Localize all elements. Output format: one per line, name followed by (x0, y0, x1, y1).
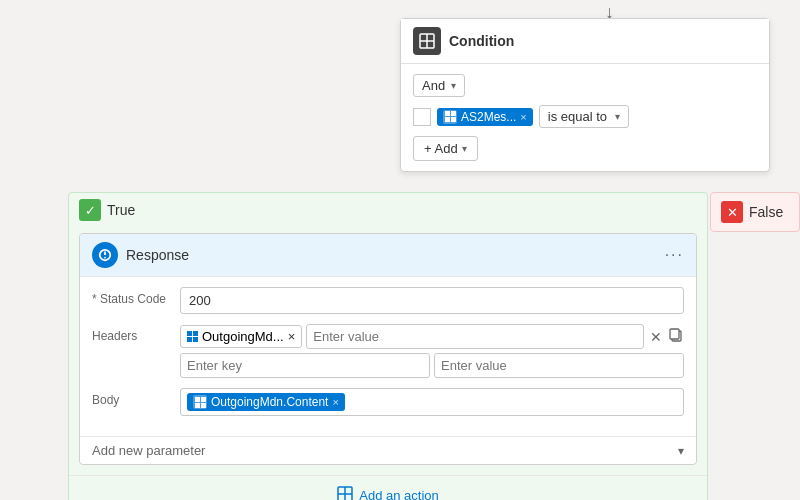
body-token[interactable]: OutgoingMdn.Content × (187, 393, 345, 411)
headers-label: Headers (92, 324, 172, 343)
token-grid-icon (443, 110, 457, 124)
enter-value-input-2[interactable] (434, 353, 684, 378)
add-action-label[interactable]: Add an action (359, 488, 439, 500)
grid-icon (187, 331, 198, 342)
chevron-down-icon: ▾ (451, 80, 456, 91)
chevron-down-icon: ▾ (607, 111, 620, 122)
header-row-1: OutgoingMd... × ✕ (180, 324, 684, 349)
copy-icon[interactable] (668, 327, 684, 346)
header-token: OutgoingMd... × (180, 325, 302, 348)
add-button[interactable]: + Add ▾ (413, 136, 478, 161)
svg-point-5 (104, 257, 106, 259)
body-token-close[interactable]: × (332, 396, 338, 408)
false-section-header: ✕ False (711, 195, 793, 229)
header-token-close[interactable]: × (288, 329, 296, 344)
response-header: Response ··· (80, 234, 696, 277)
false-section: ✕ False (710, 192, 800, 232)
response-card: Response ··· * Status Code Headers (79, 233, 697, 465)
status-code-label: * Status Code (92, 287, 172, 306)
add-param-row[interactable]: Add new parameter ▾ (80, 436, 696, 464)
condition-row: AS2Mes... × is equal to ▾ (413, 105, 757, 128)
header-row-2 (180, 353, 684, 378)
ellipsis-button[interactable]: ··· (665, 246, 684, 264)
headers-area: OutgoingMd... × ✕ (180, 324, 684, 378)
body-token-icon (193, 395, 207, 409)
and-dropdown[interactable]: And ▾ (413, 74, 465, 97)
condition-body: And ▾ AS2Mes... × is equal to ▾ + Add ▾ (401, 64, 769, 171)
true-check-icon: ✓ (79, 199, 101, 221)
delete-icon[interactable]: ✕ (648, 327, 664, 347)
as2-token[interactable]: AS2Mes... × (437, 108, 533, 126)
body-token-area[interactable]: OutgoingMdn.Content × (180, 388, 684, 416)
false-section-label: False (749, 204, 783, 220)
true-section: ✓ True Response ··· * Status Code (68, 192, 708, 500)
condition-icon (413, 27, 441, 55)
add-action-icon (337, 486, 353, 500)
condition-header: Condition (401, 19, 769, 64)
header-value-input[interactable] (306, 324, 644, 349)
enter-key-input[interactable] (180, 353, 430, 378)
response-title: Response (126, 247, 665, 263)
false-x-icon: ✕ (721, 201, 743, 223)
body-label: Body (92, 388, 172, 407)
status-code-row: * Status Code (92, 287, 684, 314)
chevron-down-icon: ▾ (462, 143, 467, 154)
token-close-button[interactable]: × (520, 111, 526, 123)
body-row: Body OutgoingMdn.Content × (92, 388, 684, 416)
response-body: * Status Code Headers (80, 277, 696, 436)
is-equal-dropdown[interactable]: is equal to ▾ (539, 105, 629, 128)
add-action-area[interactable]: Add an action (69, 475, 707, 500)
status-code-input[interactable] (180, 287, 684, 314)
condition-title: Condition (449, 33, 514, 49)
condition-block: Condition And ▾ AS2Mes... × is equal to … (400, 18, 770, 172)
response-icon (92, 242, 118, 268)
true-section-label: True (107, 202, 135, 218)
true-section-header: ✓ True (69, 193, 707, 227)
body-token-label: OutgoingMdn.Content (211, 395, 328, 409)
param-chevron-icon: ▾ (678, 444, 684, 458)
condition-checkbox[interactable] (413, 108, 431, 126)
header-token-label: OutgoingMd... (202, 329, 284, 344)
headers-row: Headers Outgo (92, 324, 684, 378)
add-param-label: Add new parameter (92, 443, 678, 458)
svg-rect-7 (670, 329, 679, 339)
